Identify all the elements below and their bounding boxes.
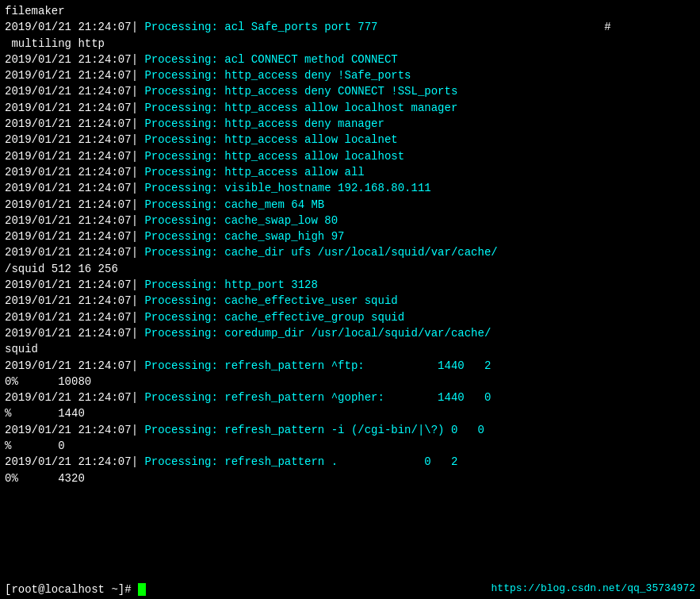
line-28: % 0: [5, 438, 695, 454]
line-10: 2019/01/21 21:24:07| Processing: http_ac…: [5, 148, 695, 164]
line-3: multiling http: [5, 36, 695, 52]
line-2: 2019/01/21 21:24:07| Processing: acl Saf…: [5, 19, 695, 35]
line-6: 2019/01/21 21:24:07| Processing: http_ac…: [5, 83, 695, 99]
line-4: 2019/01/21 21:24:07| Processing: acl CON…: [5, 52, 695, 67]
terminal-window: filemaker 2019/01/21 21:24:07| Processin…: [0, 0, 700, 599]
prompt-text: [root@localhost ~]#: [5, 583, 138, 596]
line-12: 2019/01/21 21:24:07| Processing: visible…: [5, 180, 695, 196]
terminal-output: filemaker 2019/01/21 21:24:07| Processin…: [5, 3, 695, 486]
line-21: 2019/01/21 21:24:07| Processing: coredum…: [5, 325, 695, 341]
line-26: % 1440: [5, 405, 695, 421]
line-29: 2019/01/21 21:24:07| Processing: refresh…: [5, 454, 695, 470]
line-13: 2019/01/21 21:24:07| Processing: cache_m…: [5, 197, 695, 213]
line-24: 0% 10080: [5, 374, 695, 390]
line-1: filemaker: [5, 3, 695, 19]
line-22: squid: [5, 341, 695, 357]
line-20: 2019/01/21 21:24:07| Processing: cache_e…: [5, 309, 695, 325]
line-16: 2019/01/21 21:24:07| Processing: cache_d…: [5, 244, 695, 260]
line-5: 2019/01/21 21:24:07| Processing: http_ac…: [5, 67, 695, 83]
line-9: 2019/01/21 21:24:07| Processing: http_ac…: [5, 132, 695, 148]
line-25: 2019/01/21 21:24:07| Processing: refresh…: [5, 390, 695, 405]
line-8: 2019/01/21 21:24:07| Processing: http_ac…: [5, 116, 695, 132]
terminal-bottom-bar: [root@localhost ~]# https://blog.csdn.ne…: [0, 580, 700, 599]
terminal-cursor: [138, 583, 146, 596]
line-14: 2019/01/21 21:24:07| Processing: cache_s…: [5, 213, 695, 228]
line-30: 0% 4320: [5, 470, 695, 486]
line-19: 2019/01/21 21:24:07| Processing: cache_e…: [5, 293, 695, 309]
line-23: 2019/01/21 21:24:07| Processing: refresh…: [5, 358, 695, 374]
line-17: /squid 512 16 256: [5, 261, 695, 277]
line-11: 2019/01/21 21:24:07| Processing: http_ac…: [5, 164, 695, 180]
line-7: 2019/01/21 21:24:07| Processing: http_ac…: [5, 100, 695, 116]
line-27: 2019/01/21 21:24:07| Processing: refresh…: [5, 422, 695, 438]
line-15: 2019/01/21 21:24:07| Processing: cache_s…: [5, 228, 695, 244]
line-18: 2019/01/21 21:24:07| Processing: http_po…: [5, 277, 695, 293]
watermark-text: https://blog.csdn.net/qq_35734972: [492, 582, 695, 597]
terminal-prompt: [root@localhost ~]#: [5, 582, 146, 597]
